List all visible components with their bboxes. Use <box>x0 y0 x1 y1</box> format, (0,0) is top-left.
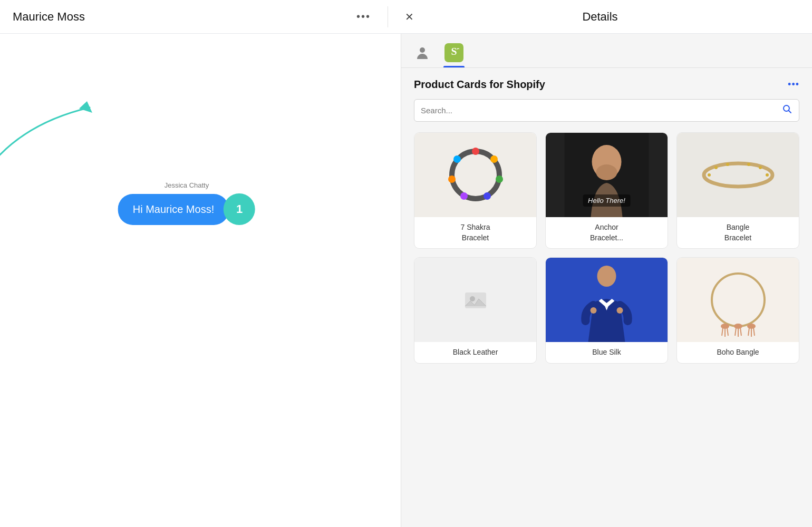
svg-line-37 <box>740 328 741 336</box>
panel-title: Product Cards for Shopify <box>414 79 788 91</box>
svg-point-38 <box>747 324 756 329</box>
placeholder-icon <box>463 287 488 313</box>
product-image-boho <box>677 258 799 342</box>
svg-marker-0 <box>79 101 92 113</box>
svg-point-34 <box>734 324 742 329</box>
svg-point-22 <box>766 173 769 177</box>
product-label: Black Leather <box>449 342 502 363</box>
message-sender: Jessica Chatty <box>165 181 209 189</box>
panel-title-row: Product Cards for Shopify ••• <box>414 79 799 91</box>
product-card[interactable]: Blue Silk <box>545 257 668 364</box>
svg-point-26 <box>597 266 616 287</box>
person-icon <box>414 44 431 61</box>
svg-text:S: S <box>451 45 457 57</box>
svg-point-8 <box>496 175 503 183</box>
product-label: BangleBracelet <box>720 217 756 248</box>
svg-point-24 <box>470 296 475 301</box>
main-container: Jessica Chatty Hi Maurice Moss! 1 <box>0 34 812 527</box>
details-title: Details <box>418 10 799 24</box>
svg-point-7 <box>490 155 498 163</box>
tabs-bar: S <box>401 34 812 68</box>
tab-person[interactable] <box>414 44 431 65</box>
panel-content: Product Cards for Shopify ••• <box>401 68 812 527</box>
product-label: Boho Bangle <box>712 342 763 363</box>
search-input[interactable] <box>421 106 782 115</box>
product-label: AnchorBracelet... <box>586 217 627 248</box>
close-button[interactable]: ✕ <box>401 8 418 25</box>
product-image-anchor: Hello There! <box>546 133 668 217</box>
product-image-shakra <box>414 133 536 217</box>
svg-point-11 <box>448 175 456 183</box>
message-badge: 1 <box>224 193 255 225</box>
svg-point-9 <box>484 192 491 200</box>
details-header: ✕ Details <box>388 8 799 25</box>
svg-point-19 <box>726 163 729 166</box>
svg-line-39 <box>748 328 749 336</box>
svg-point-28 <box>617 307 623 314</box>
svg-line-31 <box>722 328 723 336</box>
svg-point-15 <box>596 164 617 180</box>
svg-point-6 <box>472 148 479 155</box>
annotation-arrow <box>0 86 105 213</box>
message-bubble-row: Hi Maurice Moss! 1 <box>118 193 255 225</box>
product-card[interactable]: 7 ShakraBracelet <box>414 132 537 249</box>
products-grid: 7 ShakraBracelet <box>414 132 799 364</box>
product-card[interactable]: BangleBracelet <box>676 132 799 249</box>
header-more-button[interactable]: ••• <box>356 11 371 23</box>
panel-more-button[interactable]: ••• <box>788 79 799 90</box>
conversation-title: Maurice Moss <box>13 10 356 24</box>
shopify-icon: S <box>443 42 465 63</box>
product-image-bluesilk <box>546 258 668 342</box>
svg-point-27 <box>591 307 597 314</box>
product-card[interactable]: Boho Bangle <box>676 257 799 364</box>
svg-line-33 <box>727 328 728 336</box>
product-image-bangle <box>677 133 799 217</box>
search-icon <box>782 104 792 117</box>
message-bubble: Hi Maurice Moss! <box>118 194 229 225</box>
conversation-panel: Jessica Chatty Hi Maurice Moss! 1 <box>0 34 401 527</box>
svg-point-10 <box>460 192 468 200</box>
svg-point-1 <box>420 47 425 53</box>
product-label: Blue Silk <box>588 342 625 363</box>
product-card[interactable]: Black Leather <box>414 257 537 364</box>
product-image-leather <box>414 258 536 342</box>
svg-point-21 <box>759 166 762 169</box>
product-label: 7 ShakraBracelet <box>456 217 494 248</box>
svg-line-41 <box>753 328 755 336</box>
svg-point-30 <box>721 324 729 329</box>
svg-point-16 <box>704 163 772 187</box>
svg-point-12 <box>453 155 461 163</box>
message-area: Jessica Chatty Hi Maurice Moss! 1 <box>118 181 255 225</box>
tab-shopify[interactable]: S <box>443 42 465 67</box>
svg-point-20 <box>747 163 750 166</box>
svg-point-29 <box>712 274 765 326</box>
hello-there-overlay: Hello There! <box>583 194 631 207</box>
svg-line-35 <box>735 328 736 336</box>
product-card[interactable]: Hello There! AnchorBracelet... <box>545 132 668 249</box>
svg-point-17 <box>708 173 711 177</box>
search-box[interactable] <box>414 99 799 122</box>
svg-point-18 <box>714 166 718 169</box>
details-panel: S Product Cards for Shopify ••• <box>401 34 812 527</box>
app-header: Maurice Moss ••• ✕ Details <box>0 0 812 34</box>
